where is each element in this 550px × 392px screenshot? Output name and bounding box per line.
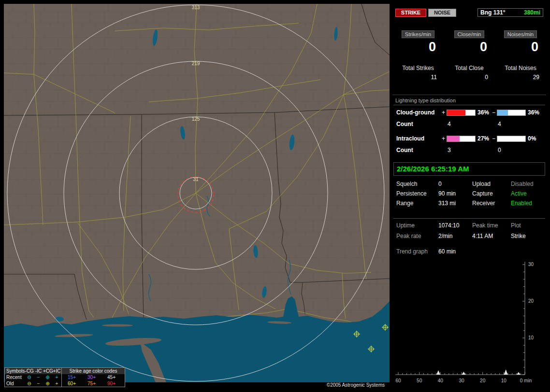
age-75: 75+	[82, 380, 101, 387]
svg-text:0 min: 0 min	[520, 378, 532, 383]
range-value: 380mi	[524, 9, 540, 16]
trend-graph: 6050403020103020100 min	[392, 259, 546, 386]
recent-pos-ic-icon: +	[52, 374, 61, 380]
legend-old-label: Old	[5, 380, 25, 387]
strikes-per-min-badge[interactable]: Strikes/min	[402, 30, 434, 38]
squelch-label: Squelch	[396, 181, 417, 187]
receiver-status: Enabled	[511, 200, 532, 207]
peak-time-value: 4:11 AM	[472, 233, 493, 239]
legend-col-pos-ic: +IC	[52, 368, 61, 374]
svg-text:60: 60	[395, 378, 401, 383]
status-panel: STRIKE NOISE Bng 131° 380mi Strikes/min …	[392, 4, 546, 388]
total-strikes-value: 11	[392, 74, 444, 81]
ring-label-125: 125	[192, 116, 200, 122]
count-label: Count	[396, 147, 413, 154]
age-15: 15+	[62, 374, 82, 380]
old-neg-ic-icon: −	[34, 380, 43, 387]
total-close-value: 0	[444, 74, 495, 81]
cg-negative-percent: 36%	[528, 109, 539, 116]
age-30: 30+	[82, 374, 101, 380]
lightning-distribution-section: Lightning type distribution Cloud-ground…	[392, 95, 546, 158]
settings-row: Persistence 90 min Capture Active	[392, 190, 546, 200]
svg-text:40: 40	[438, 378, 444, 383]
count-label: Count	[396, 121, 413, 127]
legend-recent-label: Recent	[5, 374, 25, 380]
cloud-ground-label: Cloud-ground	[396, 109, 434, 116]
noises-per-min-value: 0	[495, 40, 546, 55]
svg-text:10: 10	[528, 335, 534, 340]
ring-label-31: 31	[193, 177, 199, 182]
capture-status: Active	[511, 190, 527, 197]
peak-time-label: Peak time	[472, 222, 498, 229]
settings-section: Squelch 0 Upload Disabled Persistence 90…	[392, 181, 546, 210]
svg-text:20: 20	[480, 378, 486, 383]
noises-per-min-badge[interactable]: Noises/min	[504, 30, 537, 38]
settings-row: Range 313 mi Receiver Enabled	[392, 200, 546, 210]
datetime-display: 2/26/2026 6:25:19 AM	[393, 162, 545, 176]
plus-sign: +	[442, 135, 445, 142]
old-neg-cg-icon: ⊖	[25, 380, 34, 387]
legend-header-row: Symbols -CG -IC +CG +IC Strike age color…	[5, 368, 125, 374]
recent-pos-cg-icon: ⊕	[43, 374, 52, 380]
ic-positive-bar	[447, 136, 476, 142]
map-canvas[interactable]: 313 219 125 31	[4, 4, 390, 382]
minus-sign: −	[492, 109, 495, 116]
legend-recent-row: Recent ⊖ − ⊕ + 15+ 30+ 45+	[5, 374, 125, 380]
squelch-value: 0	[438, 181, 442, 187]
total-strikes-label: Total Strikes	[392, 65, 444, 71]
peak-rate-label: Peak rate	[396, 233, 421, 239]
distribution-header: Lightning type distribution	[393, 95, 545, 105]
ic-negative-count: 0	[498, 147, 501, 154]
strike-mode-button[interactable]: STRIKE	[395, 9, 426, 17]
receiver-label: Receiver	[472, 200, 495, 207]
legend-age-header: Strike age color codes	[62, 368, 125, 374]
svg-text:20: 20	[528, 298, 534, 304]
status-row: Uptime 1074:10 Peak time Plot	[392, 222, 546, 233]
uptime-label: Uptime	[396, 222, 415, 229]
legend-col-neg-cg: -CG	[25, 368, 34, 374]
trend-window-value: 60 min	[438, 248, 456, 255]
close-per-min-badge[interactable]: Close/min	[454, 30, 485, 38]
ic-positive-count: 3	[448, 147, 451, 154]
divider	[393, 218, 545, 219]
copyright-text: ©2005 Astrogenic Systems	[325, 382, 387, 388]
strikes-per-min-group: Strikes/min	[392, 30, 444, 38]
total-noises-label: Total Noises	[495, 65, 546, 71]
old-pos-ic-icon: +	[52, 380, 61, 387]
ring-label-313: 313	[192, 5, 200, 10]
ring-label-219: 219	[192, 61, 200, 66]
persistence-value: 90 min	[438, 190, 456, 197]
trend-graph-header: Trend graph 60 min	[392, 248, 546, 256]
ic-negative-percent: 0%	[528, 135, 536, 142]
ic-positive-percent: 27%	[478, 135, 489, 142]
lightning-map-area[interactable]: 313 219 125 31 Symbols -CG -IC +CG +IC S…	[4, 4, 390, 388]
settings-row: Squelch 0 Upload Disabled	[392, 181, 546, 190]
svg-text:30: 30	[459, 378, 464, 383]
noise-mode-button[interactable]: NOISE	[428, 9, 456, 17]
cg-negative-bar	[497, 110, 526, 116]
plot-value: Strike	[511, 233, 526, 239]
legend-col-pos-cg: +CG	[43, 368, 52, 374]
recent-neg-cg-icon: ⊖	[25, 374, 34, 380]
recent-neg-ic-icon: −	[34, 374, 43, 380]
cg-positive-percent: 36%	[478, 109, 489, 116]
strikes-per-min-value: 0	[392, 40, 444, 55]
trend-graph-label: Trend graph	[396, 248, 428, 255]
old-pos-cg-icon: ⊕	[43, 380, 52, 387]
age-45: 45+	[101, 374, 121, 380]
cg-positive-bar	[447, 110, 476, 116]
age-90: 90+	[101, 380, 121, 387]
bearing-value: Bng 131°	[480, 9, 505, 16]
svg-text:30: 30	[528, 262, 534, 267]
svg-text:50: 50	[417, 378, 422, 383]
uptime-value: 1074:10	[438, 222, 459, 229]
legend-col-neg-ic: -IC	[34, 368, 43, 374]
map-legend: Symbols -CG -IC +CG +IC Strike age color…	[4, 367, 125, 387]
cg-negative-count: 4	[498, 121, 501, 127]
upload-label: Upload	[472, 181, 491, 187]
uptime-section: Uptime 1074:10 Peak time Plot Peak rate …	[392, 222, 546, 243]
minus-sign: −	[492, 135, 495, 142]
range-setting-label: Range	[396, 200, 413, 207]
svg-text:10: 10	[501, 378, 507, 383]
status-row: Peak rate 2/min 4:11 AM Strike	[392, 233, 546, 243]
